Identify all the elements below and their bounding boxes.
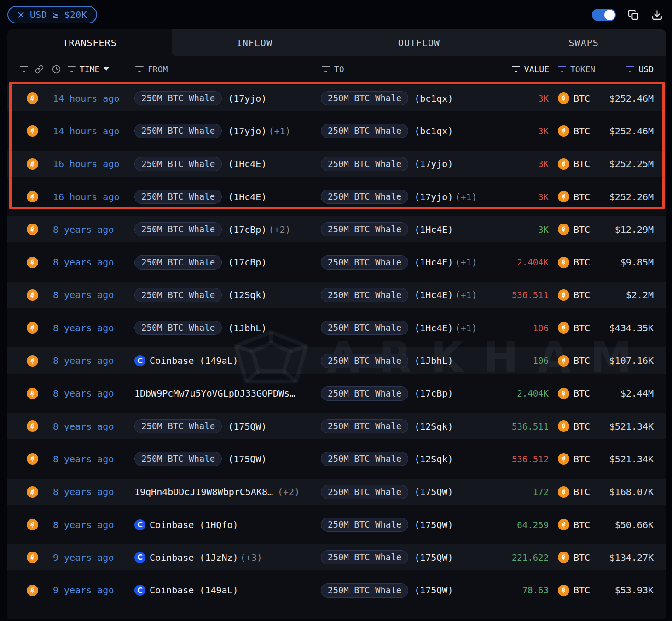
coinbase-icon: C (134, 519, 145, 530)
entity-chip[interactable]: 250M BTC Whale (321, 190, 408, 204)
time-link[interactable]: 8 years ago (53, 246, 114, 278)
entity-address[interactable]: (1Hc4E) (414, 289, 453, 300)
value-amount: 2.404K (517, 377, 549, 410)
entity-chip[interactable]: 250M BTC Whale (134, 321, 222, 335)
exchange-entity[interactable]: CCoinbase (1HQfo) (134, 519, 238, 530)
tab-swaps[interactable]: SWAPS (501, 29, 666, 56)
exchange-entity[interactable]: CCoinbase (1JzNz) (134, 552, 238, 563)
entity-chip[interactable]: 250M BTC Whale (321, 91, 408, 105)
time-link[interactable]: 16 hours ago (53, 148, 120, 180)
column-token[interactable]: TOKEN (558, 56, 595, 82)
entity-address[interactable]: (1Hc4E) (414, 257, 453, 268)
entity-chip[interactable]: 250M BTC Whale (321, 354, 408, 368)
entity-address[interactable]: (17cBp) (414, 388, 453, 399)
entity-address[interactable]: (17yjo) (414, 158, 453, 169)
entity-address[interactable]: (175QW) (414, 486, 453, 497)
live-updates-toggle[interactable] (592, 9, 616, 21)
entity-chip[interactable]: 250M BTC Whale (321, 386, 408, 401)
entity-address[interactable]: (bc1qx) (414, 93, 453, 104)
entity-address[interactable]: (175QW) (414, 519, 453, 530)
entity-chip[interactable]: 250M BTC Whale (321, 518, 408, 532)
time-link[interactable]: 9 years ago (53, 574, 114, 606)
column-time[interactable]: TIME (80, 56, 109, 82)
entity-address[interactable]: (17yjo) (228, 126, 266, 137)
entity-chip[interactable]: 250M BTC Whale (321, 255, 408, 270)
download-icon[interactable] (651, 9, 663, 21)
entity-address[interactable]: (1Hc4E) (228, 191, 266, 202)
time-link[interactable]: 8 years ago (53, 508, 114, 541)
entity-chip[interactable]: 250M BTC Whale (134, 157, 222, 171)
exchange-entity[interactable]: CCoinbase (149aL) (134, 585, 238, 596)
entity-address[interactable]: (17cBp) (228, 257, 266, 268)
entity-chip[interactable]: 250M BTC Whale (134, 222, 222, 236)
row-filter-icon[interactable] (20, 56, 28, 82)
entity-address[interactable]: Coinbase (149aL) (150, 355, 238, 366)
entity-chip[interactable]: 250M BTC Whale (134, 255, 222, 270)
entity-address[interactable]: (1Hc4E) (414, 322, 453, 334)
time-link[interactable]: 14 hours ago (53, 115, 120, 147)
entity-chip[interactable]: 250M BTC Whale (321, 485, 408, 499)
column-value[interactable]: VALUE (512, 56, 549, 82)
time-link[interactable]: 8 years ago (53, 476, 114, 508)
time-link[interactable]: 14 hours ago (53, 82, 120, 115)
entity-chip[interactable]: 250M BTC Whale (321, 419, 408, 433)
column-to[interactable]: TO (322, 56, 344, 82)
entity-address[interactable]: 19qHn4bDDcJ19W8WbprC5AK8… (134, 486, 273, 497)
column-usd[interactable]: USD (626, 56, 654, 82)
entity-address[interactable]: (1Hc4E) (228, 158, 266, 169)
entity-address[interactable]: (17yjo) (414, 191, 453, 202)
entity-address[interactable]: (12Sqk) (228, 289, 266, 300)
entity-address[interactable]: Coinbase (1JzNz) (150, 552, 238, 563)
entity-address[interactable]: (175QW) (414, 585, 453, 596)
entity-chip[interactable]: 250M BTC Whale (134, 452, 222, 466)
token-cell: B BTC (558, 344, 590, 377)
entity-chip[interactable]: 250M BTC Whale (321, 124, 408, 138)
entity-address[interactable]: (17yjo) (228, 93, 266, 104)
entity-address[interactable]: (17cBp) (228, 224, 266, 235)
entity-address[interactable]: (1JbhL) (228, 322, 266, 334)
entity-chip[interactable]: 250M BTC Whale (321, 288, 408, 302)
tab-outflow[interactable]: OUTFLOW (337, 29, 502, 56)
clock-icon[interactable] (52, 56, 61, 82)
entity-chip[interactable]: 250M BTC Whale (134, 288, 222, 302)
entity-chip[interactable]: 250M BTC Whale (134, 91, 222, 105)
time-link[interactable]: 8 years ago (53, 279, 114, 311)
link-icon[interactable] (35, 56, 44, 82)
time-link[interactable]: 8 years ago (53, 213, 114, 246)
time-link[interactable]: 8 years ago (53, 410, 114, 443)
entity-address[interactable]: (12Sqk) (414, 421, 453, 432)
entity-chip[interactable]: 250M BTC Whale (321, 321, 408, 335)
entity-chip[interactable]: 250M BTC Whale (321, 222, 408, 236)
time-filter-icon[interactable] (68, 56, 76, 82)
time-link[interactable]: 16 hours ago (53, 180, 120, 213)
copy-icon[interactable] (628, 9, 639, 21)
entity-chip[interactable]: 250M BTC Whale (321, 583, 408, 598)
entity-address[interactable]: (1JbhL) (414, 355, 453, 366)
time-link[interactable]: 8 years ago (53, 344, 114, 377)
entity-address[interactable]: (12Sqk) (414, 454, 453, 465)
tab-transfers[interactable]: TRANSFERS (7, 29, 172, 56)
entity-address[interactable]: (175QW) (228, 421, 266, 432)
exchange-entity[interactable]: CCoinbase (149aL) (134, 355, 238, 366)
entity-chip[interactable]: 250M BTC Whale (321, 157, 408, 171)
entity-chip[interactable]: 250M BTC Whale (321, 550, 408, 564)
time-link[interactable]: 8 years ago (53, 377, 114, 410)
column-from[interactable]: FROM (135, 56, 168, 82)
entity-chip[interactable]: 250M BTC Whale (321, 452, 408, 466)
entity-address[interactable]: (175QW) (414, 552, 453, 563)
entity-chip[interactable]: 250M BTC Whale (134, 419, 222, 433)
time-link[interactable]: 8 years ago (53, 311, 114, 344)
entity-address[interactable]: (bc1qx) (414, 126, 453, 137)
tab-inflow[interactable]: INFLOW (172, 29, 337, 56)
entity-address[interactable]: Coinbase (1HQfo) (150, 519, 238, 530)
close-icon[interactable] (17, 12, 24, 18)
entity-chip[interactable]: 250M BTC Whale (134, 124, 222, 138)
entity-address[interactable]: Coinbase (149aL) (150, 585, 238, 596)
entity-address[interactable]: (175QW) (228, 454, 266, 465)
entity-address[interactable]: 1DbW9PcMw7u5YoVGLpDJ33GQPDWs… (134, 388, 295, 399)
usd-filter-chip[interactable]: USD ≥ $20K (7, 6, 97, 23)
entity-chip[interactable]: 250M BTC Whale (134, 190, 222, 204)
time-link[interactable]: 9 years ago (53, 541, 114, 574)
time-link[interactable]: 8 years ago (53, 443, 114, 475)
entity-address[interactable]: (1Hc4E) (414, 224, 453, 235)
